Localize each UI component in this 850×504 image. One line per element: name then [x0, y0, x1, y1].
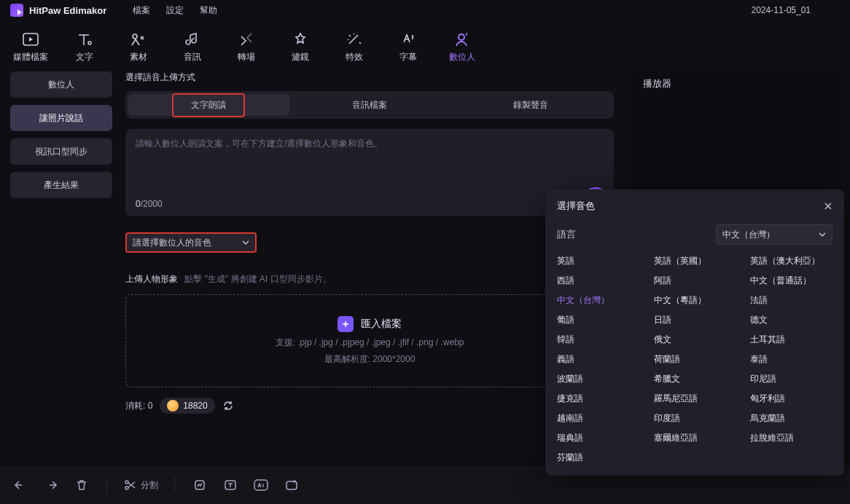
language-option[interactable]: 英語（英國） [654, 255, 736, 267]
language-option[interactable]: 葡語 [557, 314, 639, 326]
sidebar-item-label: 數位人 [48, 79, 74, 91]
tab-audiofile[interactable]: 音訊檔案 [289, 99, 451, 111]
popup-title: 選擇音色 [557, 200, 595, 213]
tool-audio[interactable]: 音訊 [169, 24, 216, 63]
sidebar: 數位人 讓照片說話 視訊口型同步 產生結果 [10, 67, 112, 466]
char-counter: 0/2000 [136, 199, 163, 209]
sidebar-item-avatar[interactable]: 數位人 [10, 71, 112, 98]
language-option[interactable]: 捷克語 [557, 393, 639, 405]
tool-media-label: 媒體檔案 [13, 51, 48, 63]
refresh-button[interactable] [222, 400, 234, 412]
sidebar-item-label: 視訊口型同步 [35, 146, 87, 158]
language-option[interactable]: 法語 [750, 294, 833, 307]
svg-rect-9 [286, 481, 297, 489]
svg-point-2 [133, 34, 137, 39]
language-option[interactable]: 韓語 [557, 334, 639, 346]
tool-text[interactable]: 文字 [61, 24, 108, 63]
trash-icon [75, 479, 88, 492]
credit-balance[interactable]: 18820 [160, 398, 214, 414]
voice-select-placeholder: 請選擇數位人的音色 [133, 237, 211, 249]
undo-button[interactable] [12, 476, 29, 494]
language-option[interactable]: 印尼語 [750, 373, 833, 385]
split-button[interactable]: 分割 [123, 479, 158, 492]
language-option[interactable]: 羅馬尼亞語 [654, 393, 736, 405]
section-title: 選擇語音上傳方式 [125, 71, 614, 84]
tool-filter[interactable]: 濾鏡 [277, 24, 324, 63]
language-selected: 中文（台灣） [722, 229, 775, 241]
language-option[interactable]: 德文 [750, 314, 833, 326]
sidebar-item-results[interactable]: 產生結果 [10, 172, 112, 198]
language-option[interactable]: 印度語 [654, 412, 736, 425]
tool-avatar[interactable]: 數位人 [439, 24, 486, 63]
language-option[interactable]: 芬蘭語 [557, 452, 639, 464]
upload-resolution: 最高解析度: 2000*2000 [324, 353, 416, 366]
language-option[interactable]: 拉脫維亞語 [750, 432, 833, 444]
language-option[interactable]: 匈牙利語 [750, 393, 833, 405]
tool-media[interactable]: 媒體檔案 [7, 24, 54, 63]
filter-icon [292, 31, 309, 48]
menu-help[interactable]: 幫助 [200, 4, 217, 17]
tool-subtitle[interactable]: 字幕 [385, 24, 432, 63]
tab-tts-highlight: 文字朗讀 [172, 93, 245, 117]
tab-record[interactable]: 錄製聲音 [450, 99, 611, 111]
voice-select[interactable]: 請選擇數位人的音色 [125, 232, 257, 253]
language-option[interactable]: 義語 [557, 353, 639, 366]
divider [106, 477, 107, 493]
svg-point-5 [125, 487, 128, 489]
language-option[interactable]: 泰語 [750, 353, 833, 366]
language-option[interactable]: 英語 [557, 255, 639, 267]
language-option[interactable]: 日語 [654, 314, 736, 326]
sidebar-item-lipsync[interactable]: 視訊口型同步 [10, 138, 112, 165]
svg-point-3 [459, 34, 464, 40]
upload-title: 上傳人物形象 點擊 "生成" 將創建 AI 口型同步影片。 [125, 273, 614, 286]
language-option[interactable]: 烏克蘭語 [750, 412, 833, 425]
upload-dropzone[interactable]: + 匯入檔案 支援: .pjp / .jpg / .pjpeg / .jpeg … [125, 294, 614, 387]
sidebar-item-talking-photo[interactable]: 讓照片說話 [10, 105, 112, 131]
language-select[interactable]: 中文（台灣） [716, 224, 833, 245]
language-option[interactable]: 西語 [557, 275, 639, 287]
language-option[interactable]: 希臘文 [654, 373, 736, 385]
tab-tts[interactable]: 文字朗讀 [128, 94, 289, 116]
delete-button[interactable] [73, 476, 90, 494]
redo-button[interactable] [42, 476, 60, 494]
language-option[interactable]: 越南語 [557, 412, 639, 425]
language-option[interactable]: 瑞典語 [557, 432, 639, 444]
language-option[interactable]: 荷蘭語 [654, 353, 736, 366]
player-title: 播放器 [643, 77, 831, 90]
language-option[interactable]: 中文（台灣） [557, 294, 639, 307]
effects-icon [346, 31, 363, 48]
add-media-button[interactable] [283, 476, 300, 494]
tool-transition[interactable]: 轉場 [223, 24, 270, 63]
tab-audiofile-label: 音訊檔案 [352, 99, 387, 111]
tool-sticker-label: 素材 [130, 51, 147, 63]
language-option[interactable]: 阿語 [654, 275, 736, 287]
language-grid: 英語英語（英國）英語（澳大利亞）西語阿語中文（普通話）中文（台灣）中文（粵語）法… [557, 255, 833, 464]
crop-button[interactable] [191, 476, 208, 494]
language-option[interactable]: 塞爾維亞語 [654, 432, 736, 444]
language-label: 語言 [557, 228, 576, 241]
menu-settings[interactable]: 設定 [166, 4, 184, 17]
language-option[interactable]: 俄文 [654, 334, 736, 346]
language-option[interactable]: 中文（粵語） [654, 294, 736, 307]
language-option[interactable]: 土耳其語 [750, 334, 833, 346]
language-option[interactable]: 中文（普通話） [750, 275, 833, 287]
char-max: /2000 [141, 199, 163, 209]
language-option[interactable]: 波蘭語 [557, 373, 639, 385]
tool-sticker[interactable]: 素材 [115, 24, 162, 63]
plus-icon: + [338, 316, 354, 332]
language-option[interactable]: 英語（澳大利亞） [750, 255, 833, 267]
ai-button[interactable] [252, 476, 270, 494]
chevron-down-icon [819, 231, 826, 238]
script-input[interactable]: 請輸入數位人朗讀文案，可在下方建立/選擇數位人形象和音色。 0/2000 [125, 129, 614, 216]
text-box-button[interactable] [222, 476, 239, 494]
svg-point-1 [88, 42, 91, 44]
subtitle-icon [399, 31, 417, 48]
crop-icon [193, 479, 206, 492]
tool-transition-label: 轉場 [238, 51, 255, 63]
close-button[interactable] [824, 202, 833, 210]
transition-icon [238, 31, 255, 48]
menu-file[interactable]: 檔案 [133, 4, 150, 17]
tool-filter-label: 濾鏡 [292, 51, 309, 63]
tool-effects[interactable]: 特效 [331, 24, 378, 63]
ai-icon [253, 479, 269, 492]
